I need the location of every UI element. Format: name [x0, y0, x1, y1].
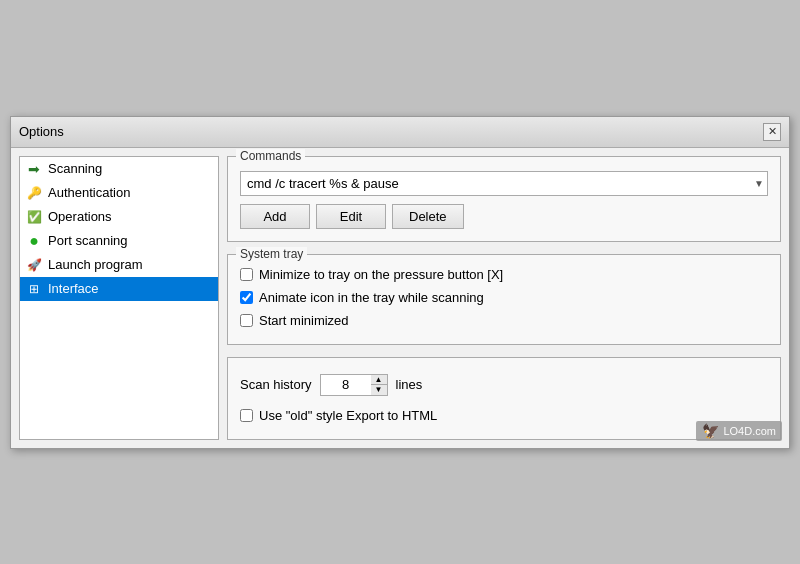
delete-button[interactable]: Delete	[392, 204, 464, 229]
launch-program-icon: 🚀	[26, 257, 42, 273]
scan-history-spinner: ▲ ▼	[320, 374, 388, 396]
sidebar-item-port-scanning[interactable]: ● Port scanning	[20, 229, 218, 253]
watermark: 🦅 LO4D.com	[696, 421, 782, 441]
port-scanning-icon: ●	[26, 233, 42, 249]
minimize-tray-row: Minimize to tray on the pressure button …	[240, 263, 768, 286]
commands-section: Commands cmd /c tracert %s & pause cmd /…	[227, 156, 781, 242]
commands-section-title: Commands	[236, 149, 305, 163]
spin-arrows: ▲ ▼	[371, 375, 387, 395]
start-minimized-row: Start minimized	[240, 309, 768, 332]
scan-history-row: Scan history ▲ ▼ lines	[240, 374, 768, 396]
minimize-tray-checkbox[interactable]	[240, 268, 253, 281]
commands-buttons-row: Add Edit Delete	[240, 204, 768, 229]
dialog-title: Options	[19, 124, 64, 139]
system-tray-section: System tray Minimize to tray on the pres…	[227, 254, 781, 345]
animate-icon-checkbox[interactable]	[240, 291, 253, 304]
sidebar-item-label: Port scanning	[48, 233, 128, 248]
sidebar-item-interface[interactable]: ⊞ Interface	[20, 277, 218, 301]
commands-dropdown[interactable]: cmd /c tracert %s & pause cmd /c ping %s…	[240, 171, 768, 196]
sidebar-item-authentication[interactable]: 🔑 Authentication	[20, 181, 218, 205]
options-dialog: Options ✕ ➡ Scanning 🔑 Authentication ✅ …	[10, 116, 790, 449]
export-html-label[interactable]: Use "old" style Export to HTML	[259, 408, 437, 423]
export-html-checkbox[interactable]	[240, 409, 253, 422]
animate-icon-row: Animate icon in the tray while scanning	[240, 286, 768, 309]
sidebar-item-launch-program[interactable]: 🚀 Launch program	[20, 253, 218, 277]
scan-history-label: Scan history	[240, 377, 312, 392]
watermark-text: LO4D.com	[723, 425, 776, 437]
sidebar-item-label: Operations	[48, 209, 112, 224]
sidebar-item-label: Authentication	[48, 185, 130, 200]
authentication-icon: 🔑	[26, 185, 42, 201]
operations-icon: ✅	[26, 209, 42, 225]
sidebar-item-label: Launch program	[48, 257, 143, 272]
animate-icon-label[interactable]: Animate icon in the tray while scanning	[259, 290, 484, 305]
interface-icon: ⊞	[26, 281, 42, 297]
edit-button[interactable]: Edit	[316, 204, 386, 229]
add-button[interactable]: Add	[240, 204, 310, 229]
dialog-body: ➡ Scanning 🔑 Authentication ✅ Operations…	[11, 148, 789, 448]
system-tray-title: System tray	[236, 247, 307, 261]
sidebar-item-label: Interface	[48, 281, 99, 296]
close-button[interactable]: ✕	[763, 123, 781, 141]
sidebar-item-label: Scanning	[48, 161, 102, 176]
content-area: Commands cmd /c tracert %s & pause cmd /…	[227, 156, 781, 440]
start-minimized-label[interactable]: Start minimized	[259, 313, 349, 328]
scanning-icon: ➡	[26, 161, 42, 177]
minimize-tray-label[interactable]: Minimize to tray on the pressure button …	[259, 267, 503, 282]
commands-row: cmd /c tracert %s & pause cmd /c ping %s…	[240, 171, 768, 196]
lines-label: lines	[396, 377, 423, 392]
sidebar: ➡ Scanning 🔑 Authentication ✅ Operations…	[19, 156, 219, 440]
watermark-icon: 🦅	[702, 423, 719, 439]
sidebar-item-scanning[interactable]: ➡ Scanning	[20, 157, 218, 181]
sidebar-item-operations[interactable]: ✅ Operations	[20, 205, 218, 229]
start-minimized-checkbox[interactable]	[240, 314, 253, 327]
titlebar: Options ✕	[11, 117, 789, 148]
commands-dropdown-wrapper: cmd /c tracert %s & pause cmd /c ping %s…	[240, 171, 768, 196]
export-html-row: Use "old" style Export to HTML	[240, 404, 768, 427]
spin-down-button[interactable]: ▼	[371, 385, 387, 395]
spin-up-button[interactable]: ▲	[371, 375, 387, 385]
scan-history-input[interactable]	[321, 375, 371, 394]
